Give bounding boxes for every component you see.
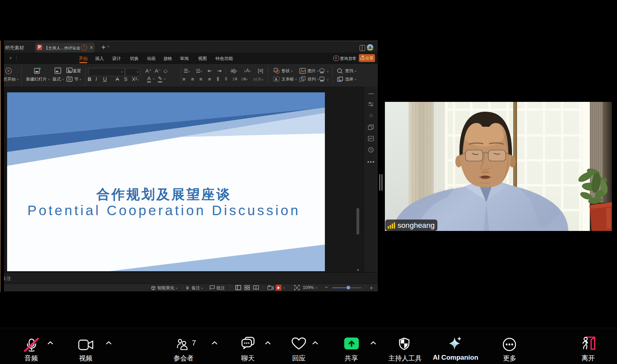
svg-text:Potential Cooperation Discussi: Potential Cooperation Discussion <box>27 203 300 218</box>
svg-text:A: A <box>275 77 278 82</box>
svg-text:合作规划及展望座谈: 合作规划及展望座谈 <box>96 187 231 202</box>
